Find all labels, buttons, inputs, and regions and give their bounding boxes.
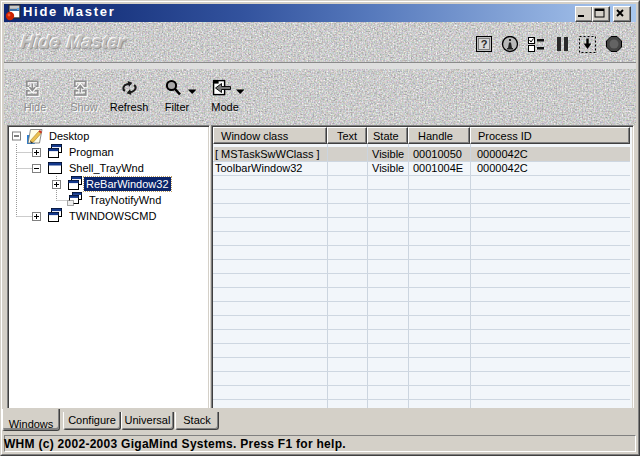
svg-text:?: ? bbox=[481, 38, 488, 50]
